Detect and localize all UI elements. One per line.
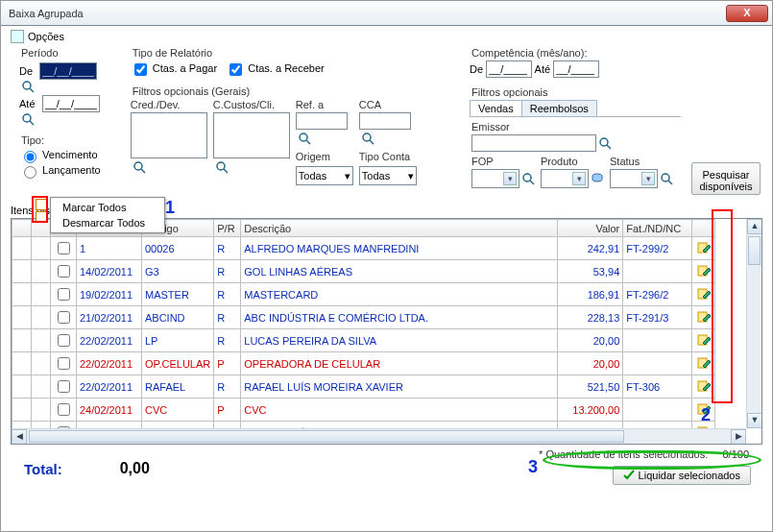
produto-label: Produto [541, 156, 604, 167]
options-label: Opções [28, 31, 64, 42]
periodo-ate-input[interactable] [42, 95, 100, 112]
horizontal-scrollbar[interactable]: ◀ ▶ [12, 428, 746, 444]
table-row[interactable]: 21/02/2011ABCINDRABC INDÚSTRIA E COMÉRCI… [12, 306, 715, 329]
lookup-icon[interactable] [298, 132, 311, 145]
context-menu: Marcar Todos Desmarcar Todos [50, 197, 165, 233]
produto-combo[interactable]: ▾ [541, 169, 589, 188]
lookup-icon[interactable] [660, 172, 673, 185]
refa-input[interactable] [296, 112, 348, 130]
svg-point-4 [134, 162, 142, 170]
row-checkbox[interactable] [58, 242, 70, 254]
edit-icon[interactable] [697, 379, 711, 393]
svg-point-10 [363, 133, 371, 141]
row-checkbox[interactable] [58, 403, 70, 416]
comp-de-input[interactable] [486, 60, 532, 78]
ccustos-list[interactable] [213, 112, 290, 158]
col-pr[interactable]: P/R [214, 220, 241, 237]
row-checkbox[interactable] [58, 380, 70, 393]
row-checkbox[interactable] [58, 311, 70, 324]
col-fat[interactable]: Fat./ND/NC [623, 220, 692, 237]
edit-icon[interactable] [697, 241, 711, 254]
qtd-value: 0/100 [722, 448, 749, 460]
scroll-down-icon[interactable]: ▼ [747, 413, 762, 428]
liquidar-button[interactable]: Liquidar selecionados [613, 466, 751, 485]
table-row[interactable]: 100026RALFREDO MARQUES MANFREDINI242,91F… [12, 237, 715, 260]
tipoconta-combo[interactable]: Todas▾ [359, 166, 417, 185]
table-row[interactable]: 22/02/2011LPRLUCAS PEREIRA DA SILVA20,00 [12, 329, 715, 352]
row-checkbox[interactable] [58, 288, 70, 301]
table-row[interactable]: 14/02/2011G3RGOL LINHAS AÉREAS53,94 [12, 260, 715, 283]
tipo-lancamento-radio[interactable]: Lançamento [19, 164, 101, 176]
close-button[interactable]: X [726, 5, 768, 22]
titlebar: Baixa Agrupada X [1, 1, 772, 26]
total-label: Total: [24, 461, 62, 477]
svg-line-7 [224, 169, 228, 173]
qtd-label: * Quantidade de itens selecionados: [539, 448, 708, 460]
svg-point-0 [23, 82, 31, 89]
col-actions[interactable] [692, 220, 715, 237]
col-valor[interactable]: Valor [558, 220, 623, 237]
edit-icon[interactable] [697, 310, 711, 324]
ctas-receber-checkbox[interactable]: Ctas. a Receber [226, 62, 325, 74]
edit-icon[interactable] [697, 333, 711, 347]
ctas-pagar-checkbox[interactable]: Ctas. a Pagar [131, 62, 217, 74]
comp-ate-label: Até [535, 63, 551, 75]
row-checkbox[interactable] [58, 357, 70, 370]
row-checkbox[interactable] [58, 334, 70, 347]
filtros-gerais-legend: Filtros opcionais (Gerais) [131, 85, 252, 97]
svg-point-12 [600, 138, 608, 146]
annotation-3: 3 [528, 457, 538, 477]
annotation-1: 1 [165, 198, 175, 218]
refa-label: Ref. a [296, 99, 353, 110]
check-icon [623, 470, 635, 481]
col-blank[interactable] [12, 220, 32, 237]
lookup-icon[interactable] [21, 112, 35, 126]
row-checkbox[interactable] [58, 265, 70, 278]
table-row[interactable]: 19/02/2011MASTERRMASTERCARD186,91FT-296/… [12, 283, 715, 306]
origem-combo[interactable]: Todas▾ [296, 166, 353, 185]
svg-point-6 [217, 162, 225, 170]
svg-line-15 [530, 181, 534, 184]
menu-desmarcar-todos[interactable]: Desmarcar Todos [51, 215, 164, 230]
fop-combo[interactable]: ▾ [471, 169, 519, 188]
vertical-scrollbar[interactable]: ▲ ▼ [746, 219, 761, 428]
lookup-icon[interactable] [133, 160, 146, 174]
cred-dev-list[interactable] [131, 112, 207, 158]
lookup-icon[interactable] [521, 172, 535, 185]
pesquisar-button[interactable]: Pesquisar disponíveis [691, 162, 761, 195]
relatorio-legend: Tipo de Relatório [131, 47, 214, 59]
tipoconta-label: Tipo Conta [359, 151, 417, 162]
chevron-down-icon: ▾ [345, 170, 350, 182]
lookup-icon[interactable] [21, 80, 35, 93]
lookup-icon[interactable] [598, 136, 612, 150]
lookup-icon[interactable] [361, 132, 374, 145]
de-label: De [19, 65, 33, 77]
periodo-de-input[interactable] [39, 62, 97, 80]
svg-line-11 [370, 140, 374, 144]
scroll-right-icon[interactable]: ▶ [731, 429, 746, 445]
svg-line-9 [306, 140, 310, 144]
emissor-input[interactable] [471, 134, 596, 152]
table-row[interactable]: 22/02/2011RAFAELRRAFAEL LUÍS MOREIRA XAV… [12, 375, 715, 399]
col-descricao[interactable]: Descrição [241, 220, 558, 237]
table-row[interactable]: 22/02/2011OP.CELULARPOPERADORA DE CELULA… [12, 352, 715, 375]
fop-label: FOP [471, 156, 535, 167]
comp-ate-input[interactable] [553, 60, 599, 78]
table-row[interactable]: 24/02/2011CVCPCVC13.200,00 [12, 399, 715, 422]
scroll-up-icon[interactable]: ▲ [747, 219, 762, 234]
status-label: Status [610, 156, 673, 167]
chevron-down-icon: ▾ [408, 170, 414, 182]
cca-input[interactable] [359, 112, 411, 130]
scroll-left-icon[interactable]: ◀ [12, 429, 27, 445]
tab-vendas[interactable]: Vendas [470, 100, 522, 116]
edit-icon[interactable] [697, 287, 711, 301]
menu-marcar-todos[interactable]: Marcar Todos [51, 200, 164, 215]
tipo-vencimento-radio[interactable]: Vencimento [19, 149, 98, 160]
edit-icon[interactable] [697, 356, 711, 370]
tab-reembolsos[interactable]: Reembolsos [521, 100, 597, 116]
competencia-legend: Competência (mês/ano): [470, 47, 589, 59]
lookup-icon[interactable] [215, 160, 229, 174]
edit-icon[interactable] [697, 264, 711, 278]
db-icon[interactable] [591, 172, 604, 185]
status-combo[interactable]: ▾ [610, 169, 658, 188]
